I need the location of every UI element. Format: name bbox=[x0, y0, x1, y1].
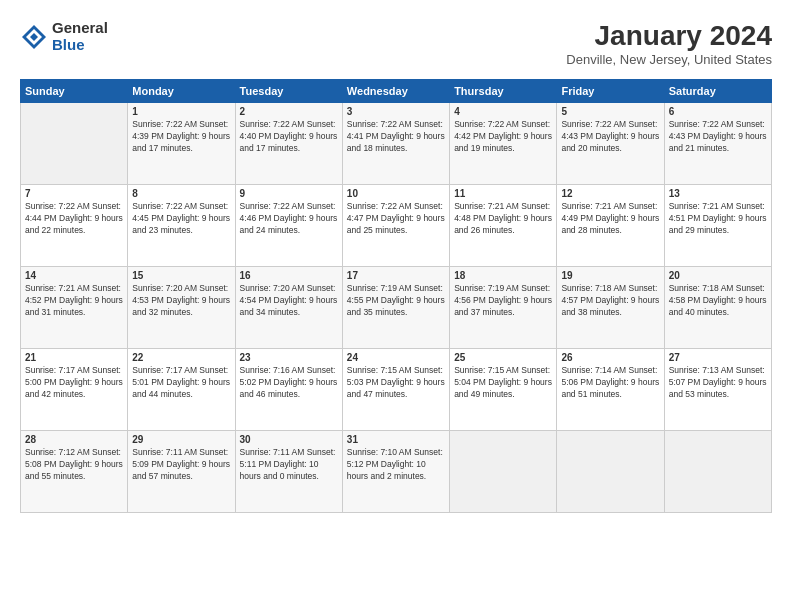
day-cell: 20Sunrise: 7:18 AM Sunset: 4:58 PM Dayli… bbox=[664, 267, 771, 349]
calendar-subtitle: Denville, New Jersey, United States bbox=[566, 52, 772, 67]
day-info: Sunrise: 7:22 AM Sunset: 4:39 PM Dayligh… bbox=[132, 119, 230, 155]
day-cell: 6Sunrise: 7:22 AM Sunset: 4:43 PM Daylig… bbox=[664, 103, 771, 185]
day-number: 21 bbox=[25, 352, 123, 363]
day-info: Sunrise: 7:22 AM Sunset: 4:40 PM Dayligh… bbox=[240, 119, 338, 155]
day-cell: 11Sunrise: 7:21 AM Sunset: 4:48 PM Dayli… bbox=[450, 185, 557, 267]
day-info: Sunrise: 7:21 AM Sunset: 4:48 PM Dayligh… bbox=[454, 201, 552, 237]
day-info: Sunrise: 7:14 AM Sunset: 5:06 PM Dayligh… bbox=[561, 365, 659, 401]
day-cell: 25Sunrise: 7:15 AM Sunset: 5:04 PM Dayli… bbox=[450, 349, 557, 431]
week-row-0: 1Sunrise: 7:22 AM Sunset: 4:39 PM Daylig… bbox=[21, 103, 772, 185]
day-info: Sunrise: 7:22 AM Sunset: 4:46 PM Dayligh… bbox=[240, 201, 338, 237]
day-info: Sunrise: 7:13 AM Sunset: 5:07 PM Dayligh… bbox=[669, 365, 767, 401]
day-cell: 31Sunrise: 7:10 AM Sunset: 5:12 PM Dayli… bbox=[342, 431, 449, 513]
day-info: Sunrise: 7:19 AM Sunset: 4:55 PM Dayligh… bbox=[347, 283, 445, 319]
week-row-2: 14Sunrise: 7:21 AM Sunset: 4:52 PM Dayli… bbox=[21, 267, 772, 349]
day-info: Sunrise: 7:22 AM Sunset: 4:47 PM Dayligh… bbox=[347, 201, 445, 237]
day-number: 24 bbox=[347, 352, 445, 363]
day-cell bbox=[450, 431, 557, 513]
day-cell: 1Sunrise: 7:22 AM Sunset: 4:39 PM Daylig… bbox=[128, 103, 235, 185]
header-wednesday: Wednesday bbox=[342, 80, 449, 103]
day-cell bbox=[664, 431, 771, 513]
week-row-3: 21Sunrise: 7:17 AM Sunset: 5:00 PM Dayli… bbox=[21, 349, 772, 431]
day-info: Sunrise: 7:10 AM Sunset: 5:12 PM Dayligh… bbox=[347, 447, 445, 483]
day-info: Sunrise: 7:15 AM Sunset: 5:04 PM Dayligh… bbox=[454, 365, 552, 401]
day-number: 3 bbox=[347, 106, 445, 117]
week-row-4: 28Sunrise: 7:12 AM Sunset: 5:08 PM Dayli… bbox=[21, 431, 772, 513]
day-number: 19 bbox=[561, 270, 659, 281]
calendar-body: 1Sunrise: 7:22 AM Sunset: 4:39 PM Daylig… bbox=[21, 103, 772, 513]
day-number: 11 bbox=[454, 188, 552, 199]
day-number: 15 bbox=[132, 270, 230, 281]
calendar-title: January 2024 bbox=[566, 20, 772, 52]
day-number: 18 bbox=[454, 270, 552, 281]
day-cell: 27Sunrise: 7:13 AM Sunset: 5:07 PM Dayli… bbox=[664, 349, 771, 431]
header: General Blue January 2024 Denville, New … bbox=[20, 20, 772, 67]
day-cell: 17Sunrise: 7:19 AM Sunset: 4:55 PM Dayli… bbox=[342, 267, 449, 349]
day-info: Sunrise: 7:19 AM Sunset: 4:56 PM Dayligh… bbox=[454, 283, 552, 319]
day-cell: 13Sunrise: 7:21 AM Sunset: 4:51 PM Dayli… bbox=[664, 185, 771, 267]
logo-general-text: General bbox=[52, 20, 108, 37]
day-number: 28 bbox=[25, 434, 123, 445]
week-row-1: 7Sunrise: 7:22 AM Sunset: 4:44 PM Daylig… bbox=[21, 185, 772, 267]
day-cell: 22Sunrise: 7:17 AM Sunset: 5:01 PM Dayli… bbox=[128, 349, 235, 431]
day-cell: 29Sunrise: 7:11 AM Sunset: 5:09 PM Dayli… bbox=[128, 431, 235, 513]
day-number: 12 bbox=[561, 188, 659, 199]
day-info: Sunrise: 7:11 AM Sunset: 5:11 PM Dayligh… bbox=[240, 447, 338, 483]
day-info: Sunrise: 7:18 AM Sunset: 4:57 PM Dayligh… bbox=[561, 283, 659, 319]
day-number: 26 bbox=[561, 352, 659, 363]
header-thursday: Thursday bbox=[450, 80, 557, 103]
day-number: 9 bbox=[240, 188, 338, 199]
day-cell: 26Sunrise: 7:14 AM Sunset: 5:06 PM Dayli… bbox=[557, 349, 664, 431]
day-cell: 24Sunrise: 7:15 AM Sunset: 5:03 PM Dayli… bbox=[342, 349, 449, 431]
day-info: Sunrise: 7:20 AM Sunset: 4:53 PM Dayligh… bbox=[132, 283, 230, 319]
day-cell: 4Sunrise: 7:22 AM Sunset: 4:42 PM Daylig… bbox=[450, 103, 557, 185]
page: General Blue January 2024 Denville, New … bbox=[0, 0, 792, 612]
day-cell: 2Sunrise: 7:22 AM Sunset: 4:40 PM Daylig… bbox=[235, 103, 342, 185]
day-info: Sunrise: 7:16 AM Sunset: 5:02 PM Dayligh… bbox=[240, 365, 338, 401]
day-cell: 19Sunrise: 7:18 AM Sunset: 4:57 PM Dayli… bbox=[557, 267, 664, 349]
day-cell: 21Sunrise: 7:17 AM Sunset: 5:00 PM Dayli… bbox=[21, 349, 128, 431]
calendar-table: Sunday Monday Tuesday Wednesday Thursday… bbox=[20, 79, 772, 513]
calendar-header: Sunday Monday Tuesday Wednesday Thursday… bbox=[21, 80, 772, 103]
day-number: 25 bbox=[454, 352, 552, 363]
header-friday: Friday bbox=[557, 80, 664, 103]
day-number: 27 bbox=[669, 352, 767, 363]
day-cell: 14Sunrise: 7:21 AM Sunset: 4:52 PM Dayli… bbox=[21, 267, 128, 349]
day-cell: 28Sunrise: 7:12 AM Sunset: 5:08 PM Dayli… bbox=[21, 431, 128, 513]
day-info: Sunrise: 7:21 AM Sunset: 4:51 PM Dayligh… bbox=[669, 201, 767, 237]
day-cell: 18Sunrise: 7:19 AM Sunset: 4:56 PM Dayli… bbox=[450, 267, 557, 349]
day-info: Sunrise: 7:21 AM Sunset: 4:52 PM Dayligh… bbox=[25, 283, 123, 319]
day-number: 29 bbox=[132, 434, 230, 445]
logo-text: General Blue bbox=[52, 20, 108, 53]
day-info: Sunrise: 7:22 AM Sunset: 4:42 PM Dayligh… bbox=[454, 119, 552, 155]
day-cell: 15Sunrise: 7:20 AM Sunset: 4:53 PM Dayli… bbox=[128, 267, 235, 349]
day-info: Sunrise: 7:21 AM Sunset: 4:49 PM Dayligh… bbox=[561, 201, 659, 237]
day-info: Sunrise: 7:22 AM Sunset: 4:44 PM Dayligh… bbox=[25, 201, 123, 237]
logo-blue-text: Blue bbox=[52, 37, 108, 54]
day-number: 16 bbox=[240, 270, 338, 281]
day-info: Sunrise: 7:22 AM Sunset: 4:41 PM Dayligh… bbox=[347, 119, 445, 155]
day-info: Sunrise: 7:11 AM Sunset: 5:09 PM Dayligh… bbox=[132, 447, 230, 483]
header-row: Sunday Monday Tuesday Wednesday Thursday… bbox=[21, 80, 772, 103]
day-cell bbox=[21, 103, 128, 185]
day-cell: 12Sunrise: 7:21 AM Sunset: 4:49 PM Dayli… bbox=[557, 185, 664, 267]
header-saturday: Saturday bbox=[664, 80, 771, 103]
day-info: Sunrise: 7:20 AM Sunset: 4:54 PM Dayligh… bbox=[240, 283, 338, 319]
title-area: January 2024 Denville, New Jersey, Unite… bbox=[566, 20, 772, 67]
day-cell: 16Sunrise: 7:20 AM Sunset: 4:54 PM Dayli… bbox=[235, 267, 342, 349]
header-tuesday: Tuesday bbox=[235, 80, 342, 103]
day-number: 14 bbox=[25, 270, 123, 281]
header-monday: Monday bbox=[128, 80, 235, 103]
day-number: 8 bbox=[132, 188, 230, 199]
day-cell: 8Sunrise: 7:22 AM Sunset: 4:45 PM Daylig… bbox=[128, 185, 235, 267]
day-cell: 9Sunrise: 7:22 AM Sunset: 4:46 PM Daylig… bbox=[235, 185, 342, 267]
day-number: 13 bbox=[669, 188, 767, 199]
day-number: 2 bbox=[240, 106, 338, 117]
day-cell: 10Sunrise: 7:22 AM Sunset: 4:47 PM Dayli… bbox=[342, 185, 449, 267]
day-number: 6 bbox=[669, 106, 767, 117]
logo-icon bbox=[20, 23, 48, 51]
day-number: 7 bbox=[25, 188, 123, 199]
day-number: 4 bbox=[454, 106, 552, 117]
day-number: 1 bbox=[132, 106, 230, 117]
day-cell: 30Sunrise: 7:11 AM Sunset: 5:11 PM Dayli… bbox=[235, 431, 342, 513]
